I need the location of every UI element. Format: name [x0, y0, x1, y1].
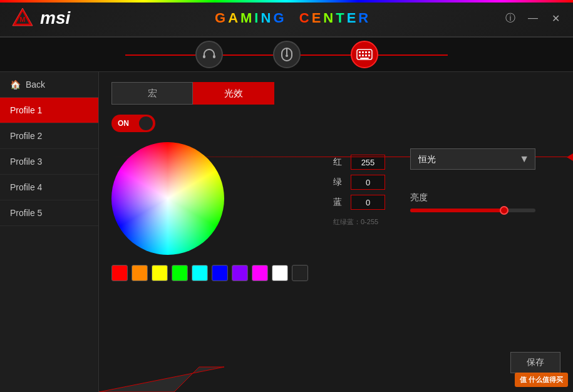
brightness-label: 亮度 [410, 192, 535, 204]
rainbow-bar [0, 0, 573, 3]
swatch-blue[interactable] [212, 265, 228, 281]
svg-point-7 [286, 54, 288, 57]
svg-rect-10 [362, 51, 364, 53]
bottom-decoration [99, 354, 224, 392]
main-content: 🏠 Back Profile 1 Profile 2 Profile 3 Pro… [0, 72, 573, 392]
right-controls: 恒光 呼吸 闪烁 彩虹 自定义 ▼ 亮度 [410, 148, 535, 281]
toggle-knob [139, 116, 153, 130]
headset-nav-button[interactable] [195, 41, 223, 68]
save-btn-row: 保存 [510, 352, 560, 373]
profile-3-item[interactable]: Profile 3 [0, 149, 98, 175]
rgb-range-hint: 红绿蓝：0-255 [333, 217, 385, 227]
tab-row: 宏 光效 [111, 82, 560, 105]
swatch-purple[interactable] [232, 265, 248, 281]
red-label: 红 [333, 157, 346, 168]
mode-dropdown-container: 恒光 呼吸 闪烁 彩虹 自定义 ▼ [410, 148, 535, 170]
tab-effect[interactable]: 光效 [193, 82, 274, 105]
swatch-magenta[interactable] [252, 265, 268, 281]
color-wheel[interactable] [111, 142, 224, 255]
info-button[interactable]: ⓘ [503, 11, 518, 26]
back-button[interactable]: 🏠 Back [0, 72, 98, 98]
profile-4-item[interactable]: Profile 4 [0, 175, 98, 200]
mouse-icon [281, 47, 293, 62]
sidebar: 🏠 Back Profile 1 Profile 2 Profile 3 Pro… [0, 72, 99, 392]
blue-label: 蓝 [333, 197, 346, 208]
svg-rect-14 [362, 54, 364, 56]
svg-rect-11 [365, 51, 367, 53]
blue-input[interactable] [351, 195, 385, 210]
rgb-section: 红 绿 蓝 红绿蓝：0-255 [333, 155, 385, 281]
title-bar: M msi GAMING CENTER ⓘ — ✕ [0, 0, 573, 38]
app-title: GAMING CENTER [83, 10, 503, 26]
close-button[interactable]: ✕ [548, 11, 563, 26]
rgb-green-row: 绿 [333, 175, 385, 190]
swatch-red[interactable] [111, 265, 128, 281]
save-button[interactable]: 保存 [510, 352, 560, 373]
swatch-cyan[interactable] [192, 265, 208, 281]
msi-text: msi [40, 8, 70, 28]
profile-2-item[interactable]: Profile 2 [0, 123, 98, 149]
toggle-on-text: ON [118, 119, 129, 128]
svg-rect-16 [368, 54, 370, 56]
swatch-yellow[interactable] [152, 265, 168, 281]
color-section: 红 绿 蓝 红绿蓝：0-255 恒光 呼吸 [111, 142, 560, 281]
home-icon: 🏠 [10, 80, 21, 90]
brightness-slider-container[interactable] [410, 209, 535, 212]
title-controls: ⓘ — ✕ [503, 11, 563, 26]
keyboard-icon [356, 49, 373, 60]
headset-icon [202, 47, 217, 62]
svg-rect-15 [365, 54, 367, 56]
color-left [111, 142, 308, 281]
right-panel: 宏 光效 ON [99, 72, 573, 392]
msi-logo: M msi [10, 6, 70, 31]
mode-dropdown[interactable]: 恒光 呼吸 闪烁 彩虹 自定义 [410, 148, 535, 170]
svg-rect-4 [213, 55, 215, 58]
svg-marker-18 [99, 367, 224, 392]
tab-macro[interactable]: 宏 [111, 82, 193, 105]
rgb-blue-row: 蓝 [333, 195, 385, 210]
nav-bar [0, 38, 573, 72]
swatch-green[interactable] [172, 265, 188, 281]
swatch-orange[interactable] [132, 265, 148, 281]
back-label: Back [26, 80, 45, 90]
brightness-section: 亮度 [410, 192, 535, 212]
swatches-row [111, 265, 308, 281]
green-label: 绿 [333, 177, 346, 188]
minimize-button[interactable]: — [525, 11, 540, 26]
swatch-white[interactable] [272, 265, 288, 281]
svg-rect-13 [359, 54, 361, 56]
msi-dragon-icon: M [10, 6, 35, 31]
svg-rect-12 [368, 51, 370, 53]
keyboard-nav-button[interactable] [351, 41, 378, 68]
color-wheel-container[interactable] [111, 142, 224, 255]
svg-rect-17 [360, 58, 369, 59]
svg-rect-3 [203, 55, 205, 58]
profile-1-item[interactable]: Profile 1 [0, 98, 98, 123]
watermark: 值 什么值得买 [515, 373, 568, 387]
mouse-nav-button[interactable] [273, 41, 301, 68]
profile-5-item[interactable]: Profile 5 [0, 200, 98, 226]
toggle-row: ON [111, 115, 560, 132]
svg-rect-9 [359, 51, 361, 53]
green-input[interactable] [351, 175, 385, 190]
svg-text:M: M [19, 16, 25, 23]
toggle-switch[interactable]: ON [111, 115, 155, 132]
swatch-black[interactable] [292, 265, 308, 281]
